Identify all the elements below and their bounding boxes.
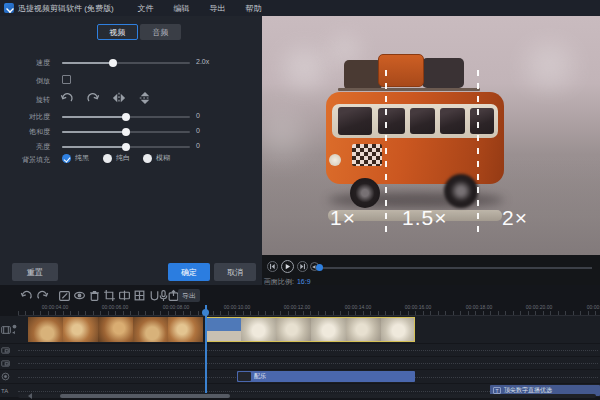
bus-headlight [329, 154, 341, 166]
app-logo-icon [4, 3, 14, 13]
contrast-row: 对比度 0 [0, 110, 262, 122]
speed-zone-divider [385, 70, 387, 234]
speed-slider[interactable] [62, 62, 190, 64]
redo-icon[interactable] [36, 289, 49, 302]
timeline-scrollbar-thumb[interactable] [60, 394, 230, 398]
contrast-slider-handle[interactable] [122, 113, 130, 121]
previous-frame-button[interactable] [267, 261, 278, 272]
overlay-track-2-head[interactable] [0, 357, 17, 369]
saturation-value: 0 [196, 127, 200, 134]
tab-video[interactable]: 视频 [97, 24, 138, 40]
saturation-slider[interactable] [62, 131, 190, 133]
radio-pure-white[interactable]: 纯白 [103, 153, 130, 163]
music-clip[interactable]: 配乐 [237, 371, 415, 382]
export-button[interactable]: 导出 [178, 289, 200, 302]
preview-playhead[interactable] [316, 264, 323, 271]
tab-audio-label: 音频 [153, 27, 169, 38]
clip-thumbnail [133, 317, 168, 342]
brightness-value: 0 [196, 142, 200, 149]
ok-button[interactable]: 确定 [168, 263, 210, 281]
contrast-slider-fill [62, 116, 126, 118]
bus-window [470, 108, 494, 134]
video-clip-1[interactable] [28, 317, 205, 342]
menu-edit[interactable]: 编辑 [174, 3, 190, 14]
radio-dot-icon [103, 154, 112, 163]
undo-icon[interactable] [20, 289, 33, 302]
menu-file[interactable]: 文件 [138, 3, 154, 14]
eye-icon[interactable] [73, 289, 86, 302]
saturation-slider-handle[interactable] [122, 128, 130, 136]
speed-mark-2x: 2× [502, 206, 528, 230]
speed-row: 速度 2.0x [0, 56, 262, 68]
menu-help[interactable]: 帮助 [246, 3, 262, 14]
edit-dialog: 视频 音频 速度 2.0x 倒放 旋转 [0, 16, 262, 285]
aspect-ratio-label: 画面比例: [264, 278, 294, 285]
cancel-button-label: 取消 [227, 267, 243, 278]
radio-dot-icon [143, 154, 152, 163]
music-clip-label: 配乐 [254, 372, 266, 381]
radio-blur-label: 模糊 [156, 153, 170, 163]
speed-slider-fill [62, 62, 113, 64]
rotate-right-icon[interactable] [86, 91, 100, 105]
menu-export[interactable]: 导出 [210, 3, 226, 14]
empty-track-line [18, 350, 598, 351]
brightness-label: 亮度 [4, 142, 50, 152]
music-track-head[interactable] [0, 370, 17, 383]
timeline-playhead-line[interactable] [205, 305, 207, 393]
timeline-playhead-handle[interactable] [202, 309, 209, 316]
music-track: 配乐 [0, 370, 600, 383]
edit-icon[interactable] [58, 289, 71, 302]
mosaic-icon[interactable] [133, 289, 146, 302]
clip-thumbnail [168, 317, 203, 342]
ruler-label: 00:00:16.00 [388, 304, 448, 310]
cancel-button[interactable]: 取消 [214, 263, 256, 281]
clip-thumbnail [381, 318, 415, 341]
clip-thumbnail [98, 317, 133, 342]
radio-blur[interactable]: 模糊 [143, 153, 170, 163]
clip-thumbnail [206, 318, 241, 341]
reverse-label: 倒放 [4, 76, 50, 86]
crop-icon[interactable] [103, 289, 116, 302]
video-clip-2-selected[interactable] [205, 317, 415, 342]
tab-audio[interactable]: 音频 [140, 24, 181, 40]
contrast-slider[interactable] [62, 116, 190, 118]
music-track-icon [1, 372, 10, 381]
timeline-ruler[interactable]: 00:00:04.00 00:00:06.00 00:00:08.00 00:0… [18, 303, 600, 316]
speed-slider-handle[interactable] [109, 59, 117, 67]
split-icon[interactable] [118, 289, 131, 302]
reset-button[interactable]: 重置 [12, 263, 58, 281]
video-track [0, 316, 600, 343]
scrollbar-left-arrow-icon[interactable] [28, 393, 32, 399]
background-fill-label: 背景填充 [4, 155, 50, 165]
ruler-label: 00:00:18.00 [449, 304, 509, 310]
rotate-left-icon[interactable] [60, 91, 74, 105]
flip-vertical-icon[interactable] [138, 91, 152, 105]
delete-icon[interactable] [88, 289, 101, 302]
text-track-icon: TA [1, 388, 8, 394]
reset-button-label: 重置 [27, 267, 43, 278]
speed-value: 2.0x [196, 58, 209, 65]
radio-pure-black[interactable]: 纯黑 [62, 153, 89, 163]
brightness-slider-handle[interactable] [122, 143, 130, 151]
ruler-label: 00:00:08.00 [146, 304, 206, 310]
tab-video-label: 视频 [110, 27, 126, 38]
aspect-ratio-value[interactable]: 16:9 [297, 278, 311, 285]
play-button[interactable] [281, 260, 294, 273]
preview-controls: 画面比例:16:9 [262, 255, 600, 285]
video-preview[interactable]: 1× 1.5× 2× [262, 16, 600, 255]
brightness-slider[interactable] [62, 146, 190, 148]
video-track-head[interactable] [0, 316, 17, 343]
bus-front-wheel [350, 178, 380, 208]
bus-rear-wheel [444, 174, 478, 208]
preview-seekbar[interactable] [320, 267, 592, 269]
overlay-track-1-head[interactable] [0, 344, 17, 356]
flip-horizontal-icon[interactable] [112, 91, 126, 105]
ruler-ticks [18, 311, 600, 315]
reverse-checkbox[interactable] [62, 75, 71, 84]
text-track-head[interactable]: TA [0, 384, 17, 397]
bus-window [440, 108, 465, 134]
clip-thumbnail [311, 318, 346, 341]
next-frame-button[interactable] [297, 261, 308, 272]
clip-thumbnail [241, 318, 276, 341]
speed-label: 速度 [4, 58, 50, 68]
